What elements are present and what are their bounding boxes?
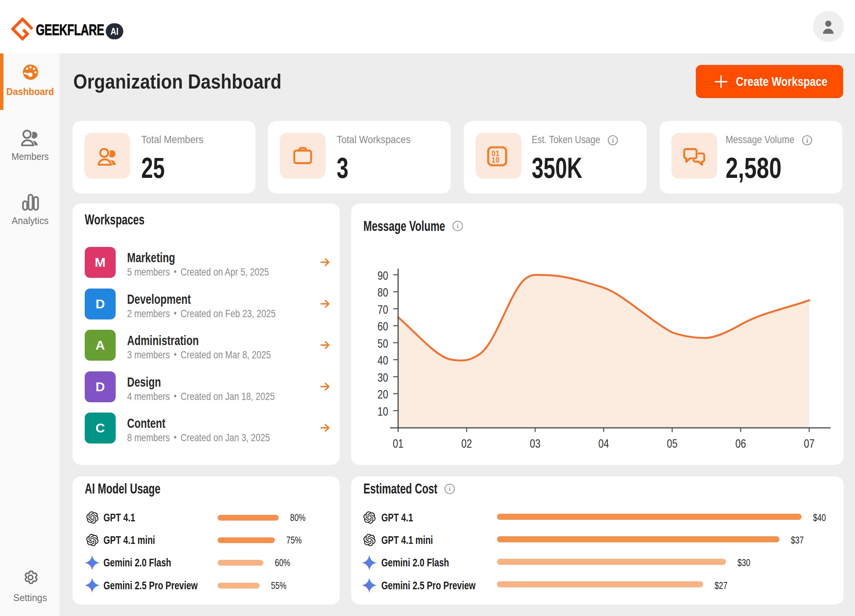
svg-text:80: 80 <box>377 286 388 299</box>
svg-text:03: 03 <box>530 437 540 450</box>
svg-text:04: 04 <box>598 437 609 450</box>
svg-text:07: 07 <box>804 437 815 450</box>
svg-text:90: 90 <box>377 269 388 282</box>
svg-text:40: 40 <box>377 354 388 367</box>
svg-text:30: 30 <box>377 371 388 384</box>
svg-text:10: 10 <box>492 156 500 164</box>
svg-text:i: i <box>612 137 614 144</box>
svg-text:20: 20 <box>377 388 388 401</box>
svg-text:05: 05 <box>667 437 678 450</box>
svg-text:02: 02 <box>461 437 472 450</box>
svg-text:50: 50 <box>377 337 388 350</box>
svg-text:06: 06 <box>736 437 746 450</box>
svg-text:10: 10 <box>377 405 388 418</box>
svg-text:01: 01 <box>393 437 403 450</box>
svg-text:60: 60 <box>377 320 388 333</box>
svg-text:i: i <box>449 485 451 493</box>
svg-text:i: i <box>806 137 808 144</box>
svg-text:70: 70 <box>377 303 388 316</box>
